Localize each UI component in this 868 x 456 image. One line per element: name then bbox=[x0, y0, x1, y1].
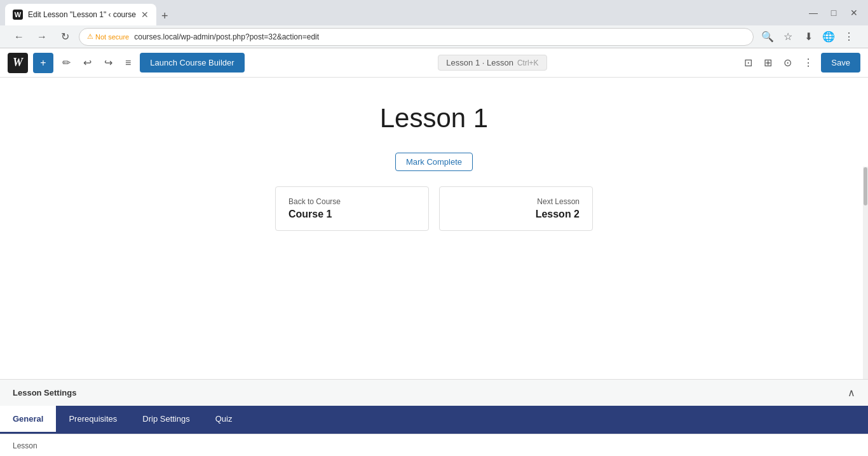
window-close-btn[interactable]: ✕ bbox=[845, 4, 863, 22]
globe-icon[interactable]: 🌐 bbox=[820, 28, 837, 46]
lesson-type-label: Lesson bbox=[13, 441, 37, 450]
browser-icons: 🔍 ☆ ⬇ 🌐 ⋮ bbox=[759, 28, 858, 46]
list-view-btn[interactable]: ≡ bbox=[121, 53, 135, 73]
redo-btn[interactable]: ↪ bbox=[100, 53, 116, 73]
more-icon[interactable]: ⋮ bbox=[799, 53, 817, 73]
scrollbar[interactable] bbox=[863, 167, 868, 379]
toolbar-right: ⊡ ⊞ ⊙ ⋮ Save bbox=[740, 53, 860, 73]
next-lesson-card[interactable]: Next Lesson Lesson 2 bbox=[439, 186, 593, 231]
tab-drip-settings[interactable]: Drip Settings bbox=[130, 406, 202, 434]
next-card-value: Lesson 2 bbox=[452, 209, 580, 220]
next-card-label: Next Lesson bbox=[452, 197, 580, 206]
bookmark-icon[interactable]: ☆ bbox=[779, 28, 797, 46]
preview-icon[interactable]: ⊡ bbox=[740, 53, 756, 73]
warning-icon: ⚠ bbox=[87, 32, 93, 41]
undo-btn[interactable]: ↩ bbox=[79, 53, 95, 73]
tab-close-btn[interactable]: ✕ bbox=[141, 10, 149, 20]
toolbar-center: Lesson 1 · Lesson Ctrl+K bbox=[250, 55, 736, 71]
search-icon[interactable]: 🔍 bbox=[759, 28, 776, 46]
editor-content: Lesson 1 Mark Complete Back to Course Co… bbox=[0, 78, 868, 379]
download-icon[interactable]: ⬇ bbox=[799, 28, 817, 46]
settings-icon[interactable]: ⊙ bbox=[780, 53, 796, 73]
tab-quiz[interactable]: Quiz bbox=[203, 406, 245, 434]
tab-general[interactable]: General bbox=[0, 406, 56, 434]
wp-logo-text: W bbox=[13, 56, 23, 69]
tools-btn[interactable]: ✏ bbox=[58, 53, 74, 73]
toolbar-breadcrumb[interactable]: Lesson 1 · Lesson Ctrl+K bbox=[438, 55, 546, 71]
editor-area: Lesson 1 Mark Complete Back to Course Co… bbox=[0, 78, 868, 377]
lesson-nav-cards: Back to Course Course 1 Next Lesson Less… bbox=[275, 186, 593, 231]
forward-btn[interactable]: → bbox=[33, 28, 51, 46]
add-block-btn[interactable]: + bbox=[33, 53, 53, 73]
active-tab[interactable]: W Edit Lesson "Lesson 1" ‹ course ✕ bbox=[5, 4, 156, 25]
lesson-settings-bar: Lesson Settings ∧ bbox=[0, 379, 868, 406]
tab-bar: W Edit Lesson "Lesson 1" ‹ course ✕ + — … bbox=[0, 0, 868, 25]
lesson-settings-tabs: General Prerequisites Drip Settings Quiz bbox=[0, 406, 868, 434]
window-maximize-btn[interactable]: □ bbox=[825, 4, 843, 22]
url-bar[interactable]: ⚠ Not secure courses.local/wp-admin/post… bbox=[79, 28, 754, 46]
scrollbar-thumb[interactable] bbox=[864, 167, 867, 205]
browser-window: W Edit Lesson "Lesson 1" ‹ course ✕ + — … bbox=[0, 0, 868, 456]
lesson-settings-panel: Lesson Settings ∧ General Prerequisites … bbox=[0, 379, 868, 456]
back-card-label: Back to Course bbox=[288, 197, 416, 206]
tab-title: Edit Lesson "Lesson 1" ‹ course bbox=[28, 10, 136, 19]
collapse-settings-btn[interactable]: ∧ bbox=[848, 387, 855, 399]
back-to-course-card[interactable]: Back to Course Course 1 bbox=[275, 186, 429, 231]
launch-course-builder-btn[interactable]: Launch Course Builder bbox=[140, 53, 244, 73]
menu-icon[interactable]: ⋮ bbox=[840, 28, 858, 46]
lesson-settings-title: Lesson Settings bbox=[13, 388, 76, 397]
address-bar: ← → ↻ ⚠ Not secure courses.local/wp-admi… bbox=[0, 25, 868, 48]
tab-favicon: W bbox=[13, 10, 23, 20]
view-icon[interactable]: ⊞ bbox=[760, 53, 776, 73]
mark-complete-btn[interactable]: Mark Complete bbox=[395, 153, 473, 171]
save-btn[interactable]: Save bbox=[821, 53, 860, 73]
wp-logo-btn[interactable]: W bbox=[8, 53, 28, 73]
refresh-btn[interactable]: ↻ bbox=[56, 28, 74, 46]
tab-prerequisites[interactable]: Prerequisites bbox=[56, 406, 130, 434]
back-btn[interactable]: ← bbox=[10, 28, 28, 46]
new-tab-button[interactable]: + bbox=[156, 7, 173, 25]
toolbar-shortcut: Ctrl+K bbox=[517, 59, 539, 67]
wp-toolbar: W + ✏ ↩ ↪ ≡ Launch Course Builder Lesson… bbox=[0, 48, 868, 78]
not-secure-indicator: ⚠ Not secure bbox=[87, 32, 129, 41]
back-card-value: Course 1 bbox=[288, 209, 416, 220]
window-minimize-btn[interactable]: — bbox=[804, 4, 822, 22]
breadcrumb-text: Lesson 1 · Lesson bbox=[446, 58, 513, 67]
lesson-type-bar: Lesson bbox=[0, 434, 868, 456]
url-text: courses.local/wp-admin/post.php?post=32&… bbox=[134, 32, 319, 41]
lesson-title[interactable]: Lesson 1 bbox=[180, 103, 688, 134]
